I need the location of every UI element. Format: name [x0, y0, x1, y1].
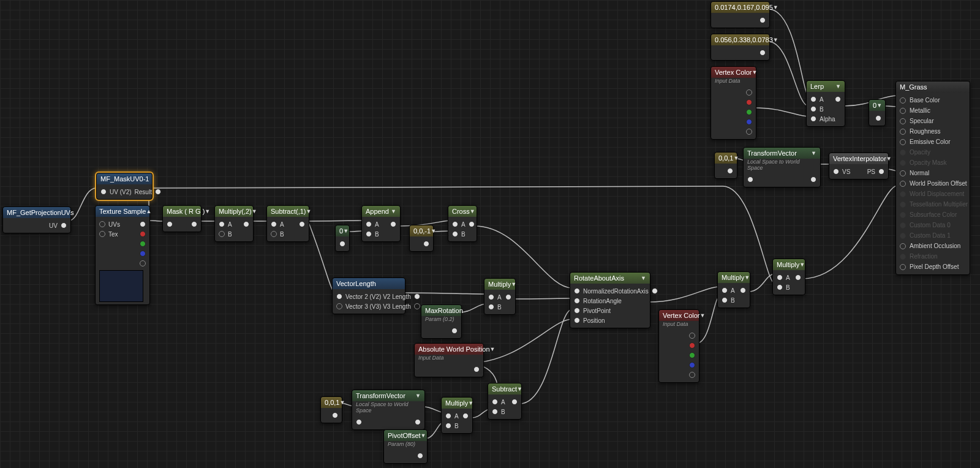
material-pin-opacity-mask[interactable]: Opacity Mask — [900, 157, 966, 168]
pin-in[interactable] — [100, 189, 107, 195]
pin-in[interactable] — [900, 202, 906, 208]
node-mask-rg[interactable]: Mask ( R G )▼ — [162, 205, 202, 232]
node-const-0-b[interactable]: 0▼ — [869, 99, 886, 126]
material-pin-ambient-occlusion[interactable]: Ambient Occlusion — [900, 241, 966, 251]
node-mask-uv[interactable]: MF_MaskUV0-1 UV (V2) Result — [96, 173, 153, 200]
pin-in[interactable] — [900, 233, 906, 239]
chevron-up-icon: ▲ — [146, 208, 151, 214]
node-color-b[interactable]: 0.056,0.338,0.0783▼ — [710, 34, 770, 61]
node-vertex-interpolator[interactable]: VertexInterpolator▼ VS PS — [829, 153, 889, 179]
pin-in[interactable] — [900, 139, 906, 145]
node-abs-world-position[interactable]: Absolute World Position▼ Input Data — [414, 343, 484, 377]
pin-in[interactable] — [900, 191, 906, 197]
node-lerp[interactable]: Lerp▼ A B Alpha — [806, 80, 845, 127]
node-vertex-color-2[interactable]: Vertex Color▼ Input Data — [658, 309, 699, 383]
node-const-0[interactable]: 0▼ — [335, 225, 350, 252]
pin-in[interactable] — [900, 264, 906, 270]
material-pin-normal[interactable]: Normal — [900, 168, 966, 178]
material-pin-subsurface-color[interactable]: Subsurface Color — [900, 209, 966, 220]
pin-in[interactable] — [900, 160, 906, 166]
node-subtract-1[interactable]: Subtract(,1)▼ A B — [266, 205, 309, 242]
node-graph-canvas[interactable]: { "nodes": { "getProj": { "title": "MF_G… — [0, 0, 980, 468]
node-texture-sample[interactable]: Texture Sample▲ UVs Tex — [95, 205, 150, 305]
material-pin-opacity[interactable]: Opacity — [900, 147, 966, 157]
node-subtract-b[interactable]: Subtract▼ A B — [488, 383, 522, 420]
pin-in[interactable] — [900, 149, 906, 156]
pin-in[interactable] — [900, 170, 906, 176]
pin-out[interactable] — [155, 189, 161, 195]
material-pin-metallic[interactable]: Metallic — [900, 105, 966, 116]
material-pin-custom-data-1[interactable]: Custom Data 1 — [900, 230, 966, 241]
pin-out[interactable] — [61, 222, 67, 228]
material-pin-roughness[interactable]: Roughness — [900, 126, 966, 137]
node-rotate-about-axis[interactable]: RotateAboutAxis▼ NormalizedRotationAxis … — [570, 272, 650, 328]
node-max-rotation[interactable]: MaxRotation Param (0.2) — [421, 304, 462, 339]
node-pivot-offset[interactable]: PivotOffset▼ Param (80) — [383, 429, 428, 464]
material-pin-base-color[interactable]: Base Color — [900, 95, 966, 105]
material-pin-pixel-depth-offset[interactable]: Pixel Depth Offset — [900, 262, 966, 272]
chevron-down-icon: ▼ — [205, 208, 210, 214]
node-multiply-a[interactable]: Multiply▼ A B — [484, 278, 516, 315]
node-multiply-d[interactable]: Multiply▼ A B — [772, 259, 805, 295]
node-transform-vector-2[interactable]: TransformVector▼ Local Space to World Sp… — [743, 147, 821, 187]
node-transform-vector-1[interactable]: TransformVector▼ Local Space to World Sp… — [352, 390, 425, 430]
node-title: Texture Sample — [99, 208, 146, 215]
material-pin-specular[interactable]: Specular — [900, 116, 966, 126]
material-pin-custom-data-0[interactable]: Custom Data 0 — [900, 220, 966, 230]
material-pin-tessellation-multiplier[interactable]: Tessellation Multiplier — [900, 199, 966, 209]
pin-in[interactable] — [900, 212, 906, 218]
node-multiply-b[interactable]: Multiply▼ A B — [441, 397, 473, 434]
node-append[interactable]: Append▼ A B — [361, 205, 401, 242]
node-title: MF_GetProjectionUVs — [7, 209, 74, 216]
pin-in[interactable] — [900, 129, 906, 135]
node-material-output[interactable]: M_Grass Base ColorMetallicSpecularRoughn… — [895, 81, 970, 275]
node-vertex-color-1[interactable]: Vertex Color▼ Input Data — [710, 66, 756, 140]
node-cross[interactable]: Cross▼ A B — [448, 205, 477, 242]
pin-in[interactable] — [900, 97, 906, 104]
node-vector-length[interactable]: VectorLength Vector 2 (V2) V2 Length Vec… — [332, 277, 405, 314]
node-color-a[interactable]: 0.0174,0.167,0.095▼ — [710, 1, 770, 28]
pin-in[interactable] — [900, 181, 906, 187]
material-title: M_Grass — [900, 83, 927, 91]
pin-in[interactable] — [900, 222, 906, 228]
pin-in[interactable] — [900, 254, 906, 260]
material-pin-world-position-offset[interactable]: World Position Offset — [900, 178, 966, 189]
node-const-001-b[interactable]: 0,0,1▼ — [714, 152, 737, 179]
material-pin-emissive-color[interactable]: Emissive Color — [900, 137, 966, 147]
node-multiply-c[interactable]: Multiply▼ A B — [717, 271, 750, 308]
node-get-projection-uvs[interactable]: MF_GetProjectionUVs UV — [2, 206, 71, 233]
material-pin-world-displacement[interactable]: World Displacement — [900, 189, 966, 199]
pin-in[interactable] — [900, 118, 906, 124]
node-const-001[interactable]: 0,0,1▼ — [320, 396, 342, 423]
material-pin-refraction[interactable]: Refraction — [900, 251, 966, 262]
texture-preview — [99, 270, 143, 302]
pin-in[interactable] — [900, 243, 906, 249]
node-title: MF_MaskUV0-1 — [100, 175, 149, 183]
node-const-00-1[interactable]: 0,0,-1▼ — [409, 225, 434, 252]
node-multiply-2[interactable]: Multiply(,2)▼ A B — [214, 205, 254, 242]
pin-in[interactable] — [900, 108, 906, 114]
